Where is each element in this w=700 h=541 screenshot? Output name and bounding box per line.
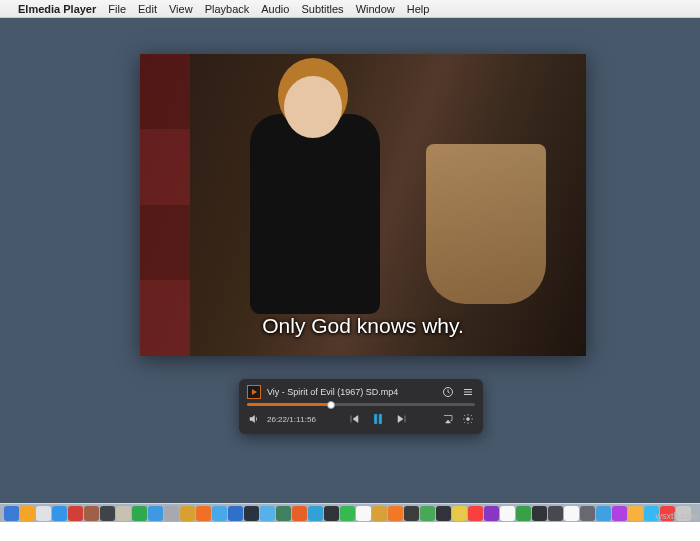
app-icon bbox=[247, 385, 261, 399]
subtitle-text: Only God knows why. bbox=[140, 314, 586, 338]
dock-app-11[interactable] bbox=[180, 506, 195, 521]
dock-app-24[interactable] bbox=[388, 506, 403, 521]
time-display: 26:22/1:11:56 bbox=[267, 415, 316, 424]
next-button[interactable] bbox=[395, 412, 409, 426]
menu-subtitles[interactable]: Subtitles bbox=[301, 3, 343, 15]
airplay-icon[interactable] bbox=[441, 412, 455, 426]
dock-app-22[interactable] bbox=[356, 506, 371, 521]
dock-app-39[interactable] bbox=[628, 506, 643, 521]
dock-app-29[interactable] bbox=[468, 506, 483, 521]
dock-app-3[interactable] bbox=[52, 506, 67, 521]
dock-app-9[interactable] bbox=[148, 506, 163, 521]
pause-button[interactable] bbox=[371, 412, 385, 426]
dock-app-36[interactable] bbox=[580, 506, 595, 521]
video-content bbox=[140, 54, 586, 356]
dock-app-32[interactable] bbox=[516, 506, 531, 521]
history-icon[interactable] bbox=[441, 385, 455, 399]
menu-audio[interactable]: Audio bbox=[261, 3, 289, 15]
dock-app-26[interactable] bbox=[420, 506, 435, 521]
dock-app-4[interactable] bbox=[68, 506, 83, 521]
progress-thumb[interactable] bbox=[327, 401, 335, 409]
dock-app-0[interactable] bbox=[4, 506, 19, 521]
dock-app-37[interactable] bbox=[596, 506, 611, 521]
video-window[interactable]: Only God knows why. bbox=[140, 54, 586, 356]
dock-app-20[interactable] bbox=[324, 506, 339, 521]
dock-app-6[interactable] bbox=[100, 506, 115, 521]
previous-button[interactable] bbox=[347, 412, 361, 426]
dock-app-12[interactable] bbox=[196, 506, 211, 521]
dock-app-27[interactable] bbox=[436, 506, 451, 521]
progress-bar[interactable] bbox=[247, 403, 475, 406]
menu-playback[interactable]: Playback bbox=[205, 3, 250, 15]
player-controls: Viy - Spirit of Evil (1967) SD.mp4 26:22… bbox=[239, 379, 483, 434]
dock-app-1[interactable] bbox=[20, 506, 35, 521]
menu-view[interactable]: View bbox=[169, 3, 193, 15]
dock-app-21[interactable] bbox=[340, 506, 355, 521]
volume-icon[interactable] bbox=[247, 412, 261, 426]
dock-app-23[interactable] bbox=[372, 506, 387, 521]
dock-app-8[interactable] bbox=[132, 506, 147, 521]
dock-app-35[interactable] bbox=[564, 506, 579, 521]
desktop: Only God knows why. Viy - Spirit of Evil… bbox=[0, 18, 700, 522]
dock-app-18[interactable] bbox=[292, 506, 307, 521]
dock-app-2[interactable] bbox=[36, 506, 51, 521]
dock-app-34[interactable] bbox=[548, 506, 563, 521]
dock bbox=[0, 503, 700, 522]
media-title: Viy - Spirit of Evil (1967) SD.mp4 bbox=[267, 387, 435, 397]
dock-app-5[interactable] bbox=[84, 506, 99, 521]
dock-app-19[interactable] bbox=[308, 506, 323, 521]
menu-file[interactable]: File bbox=[108, 3, 126, 15]
dock-app-14[interactable] bbox=[228, 506, 243, 521]
dock-app-38[interactable] bbox=[612, 506, 627, 521]
dock-app-25[interactable] bbox=[404, 506, 419, 521]
dock-app-10[interactable] bbox=[164, 506, 179, 521]
watermark: wsxth.com bbox=[655, 511, 698, 521]
dock-app-30[interactable] bbox=[484, 506, 499, 521]
dock-app-13[interactable] bbox=[212, 506, 227, 521]
dock-app-17[interactable] bbox=[276, 506, 291, 521]
dock-app-33[interactable] bbox=[532, 506, 547, 521]
playlist-icon[interactable] bbox=[461, 385, 475, 399]
dock-app-16[interactable] bbox=[260, 506, 275, 521]
settings-icon[interactable] bbox=[461, 412, 475, 426]
menu-edit[interactable]: Edit bbox=[138, 3, 157, 15]
dock-app-15[interactable] bbox=[244, 506, 259, 521]
menu-window[interactable]: Window bbox=[356, 3, 395, 15]
dock-app-7[interactable] bbox=[116, 506, 131, 521]
video-figure bbox=[250, 114, 380, 314]
app-menu[interactable]: Elmedia Player bbox=[18, 3, 96, 15]
progress-fill bbox=[247, 403, 331, 406]
dock-app-28[interactable] bbox=[452, 506, 467, 521]
menu-bar: Elmedia Player File Edit View Playback A… bbox=[0, 0, 700, 18]
menu-help[interactable]: Help bbox=[407, 3, 430, 15]
svg-point-1 bbox=[467, 418, 470, 421]
dock-app-31[interactable] bbox=[500, 506, 515, 521]
